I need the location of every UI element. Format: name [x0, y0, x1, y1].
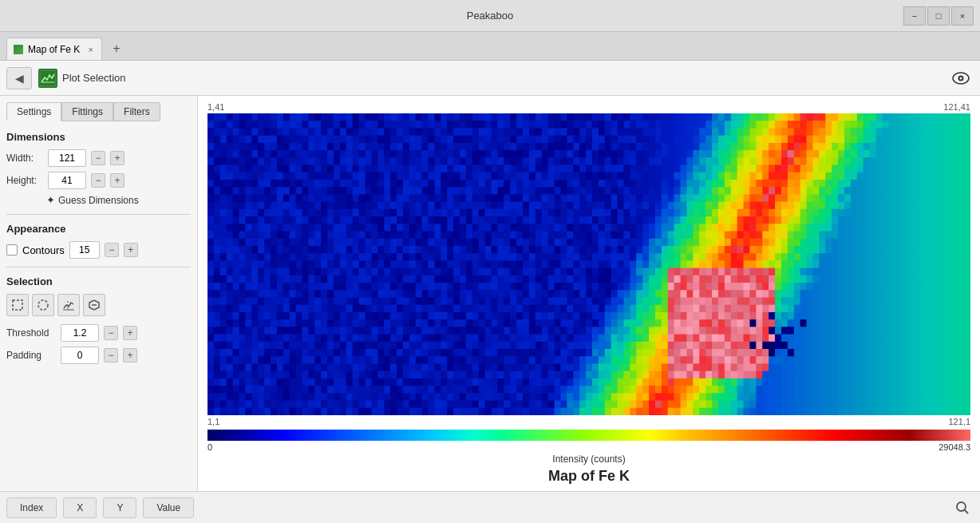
index-button[interactable]: Index [6, 497, 57, 518]
height-input[interactable] [48, 172, 86, 189]
app-title: Peakaboo [467, 10, 514, 22]
threshold-decrement-button[interactable]: − [104, 326, 118, 340]
padding-increment-button[interactable]: + [123, 348, 137, 363]
y-button[interactable]: Y [103, 497, 136, 518]
back-button[interactable]: ◀ [6, 67, 32, 89]
threshold-row: Threshold − + [6, 324, 191, 342]
svg-point-6 [38, 300, 48, 310]
threshold-input[interactable] [61, 324, 99, 342]
plot-selection-area: Plot Selection [38, 69, 126, 88]
colorbar-container: 0 29048.3 [207, 430, 970, 452]
axis-label: Intensity (counts) [207, 454, 970, 465]
coord-top-right: 121,41 [943, 102, 970, 112]
colorbar-labels: 0 29048.3 [207, 442, 970, 452]
ellipse-icon [37, 299, 49, 311]
contours-checkbox[interactable] [6, 244, 18, 256]
threshold-select-tool[interactable] [57, 294, 80, 316]
width-input[interactable] [48, 149, 86, 167]
title-bar: Peakaboo − □ × [0, 0, 980, 32]
threshold-increment-button[interactable]: + [123, 326, 137, 340]
tab-bar: Map of Fe K × + [0, 32, 980, 61]
svg-point-4 [960, 77, 962, 79]
rectangle-select-tool[interactable] [6, 294, 29, 316]
contours-input[interactable] [69, 241, 100, 259]
svg-point-11 [957, 502, 966, 511]
contours-label: Contours [22, 244, 65, 256]
plot-svg-icon [41, 71, 55, 85]
heatmap-canvas-container[interactable] [207, 113, 970, 415]
contours-decrement-button[interactable]: − [105, 243, 119, 257]
appearance-title: Appearance [6, 223, 191, 235]
threshold-icon [62, 299, 75, 311]
divider-1 [6, 214, 191, 215]
plot-selection-label: Plot Selection [62, 72, 126, 84]
tab-filters[interactable]: Filters [113, 102, 160, 121]
tab-settings[interactable]: Settings [6, 102, 61, 121]
width-increment-button[interactable]: + [110, 151, 124, 165]
status-bar: Index X Y Value [0, 491, 980, 523]
search-button[interactable] [951, 497, 974, 519]
padding-input[interactable] [61, 347, 99, 364]
clear-select-tool[interactable] [83, 294, 105, 316]
coord-bottom-right: 121,1 [948, 417, 970, 426]
height-row: Height: − + [6, 172, 191, 189]
back-icon: ◀ [15, 72, 24, 85]
colorbar-min: 0 [207, 442, 212, 452]
selection-title: Selection [6, 275, 191, 287]
wand-icon: ✦ [46, 194, 55, 206]
colorbar-max: 29048.3 [939, 442, 970, 452]
coords-top: 1,41 121,41 [207, 102, 970, 112]
x-button[interactable]: X [63, 497, 97, 518]
threshold-label: Threshold [6, 327, 56, 339]
coords-bottom: 1,1 121,1 [207, 417, 970, 426]
tab-close-button[interactable]: × [88, 45, 93, 54]
coord-bottom-left: 1,1 [207, 417, 219, 426]
width-row: Width: − + [6, 149, 191, 167]
eye-icon [952, 72, 970, 85]
svg-line-12 [965, 509, 969, 513]
width-label: Width: [6, 153, 43, 164]
colorbar [207, 430, 970, 441]
close-button[interactable]: × [951, 6, 974, 26]
main-content: Settings Fittings Filters Dimensions Wid… [0, 96, 980, 491]
tab-icon [14, 45, 23, 54]
clear-icon [88, 299, 101, 311]
contours-increment-button[interactable]: + [124, 243, 138, 257]
selection-tools [6, 294, 191, 316]
padding-decrement-button[interactable]: − [104, 348, 118, 363]
tab-map-fe-k[interactable]: Map of Fe K × [6, 38, 102, 60]
eye-button[interactable] [948, 65, 974, 91]
svg-rect-5 [13, 300, 22, 310]
height-label: Height: [6, 175, 43, 186]
search-icon [955, 501, 970, 515]
height-increment-button[interactable]: + [110, 173, 124, 188]
heatmap[interactable] [207, 113, 970, 415]
rectangle-icon [11, 299, 24, 311]
panel-tabs: Settings Fittings Filters [6, 102, 191, 121]
width-decrement-button[interactable]: − [91, 151, 105, 165]
minimize-button[interactable]: − [903, 6, 926, 26]
new-tab-button[interactable]: + [105, 38, 128, 60]
contours-row: Contours − + [6, 241, 191, 259]
guess-dimensions-button[interactable]: ✦ Guess Dimensions [46, 194, 191, 206]
left-panel: Settings Fittings Filters Dimensions Wid… [0, 96, 198, 491]
value-button[interactable]: Value [143, 497, 194, 518]
plot-icon [38, 69, 57, 88]
guess-dimensions-label: Guess Dimensions [58, 195, 139, 206]
divider-2 [6, 267, 191, 267]
tab-label: Map of Fe K [28, 44, 80, 55]
tab-fittings[interactable]: Fittings [61, 102, 113, 121]
padding-row: Padding − + [6, 347, 191, 364]
coord-top-left: 1,41 [207, 102, 224, 112]
padding-label: Padding [6, 350, 56, 361]
toolbar: ◀ Plot Selection [0, 61, 980, 96]
window-controls: − □ × [903, 6, 974, 26]
right-panel: 1,41 121,41 1,1 121,1 0 29048.3 Intensit… [198, 96, 980, 491]
height-decrement-button[interactable]: − [91, 173, 105, 188]
maximize-button[interactable]: □ [927, 6, 950, 26]
ellipse-select-tool[interactable] [32, 294, 54, 316]
dimensions-title: Dimensions [6, 131, 191, 143]
map-title: Map of Fe K [207, 468, 970, 485]
